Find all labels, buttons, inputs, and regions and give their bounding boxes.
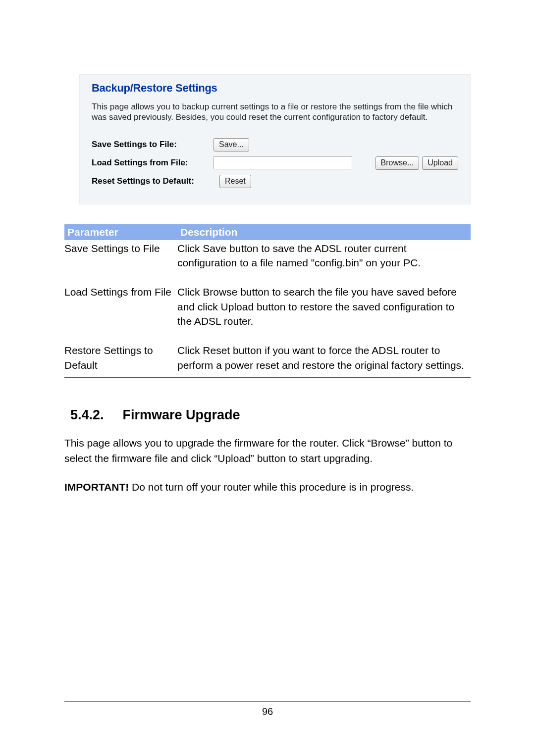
table-row: Save Settings to File Click Save button … bbox=[64, 240, 471, 271]
load-settings-label: Load Settings from File: bbox=[92, 158, 210, 168]
load-settings-row: Load Settings from File: Browse... Uploa… bbox=[92, 156, 458, 170]
footer-rule bbox=[64, 701, 471, 702]
reset-settings-row: Reset Settings to Default: Reset bbox=[92, 175, 458, 188]
save-settings-row: Save Settings to File: Save... bbox=[92, 138, 458, 151]
section-paragraph-1: This page allows you to upgrade the firm… bbox=[64, 436, 471, 466]
desc-cell: Click Reset button if you want to force … bbox=[177, 342, 471, 377]
table-row: Restore Settings to Default Click Reset … bbox=[64, 342, 471, 377]
save-settings-label: Save Settings to File: bbox=[92, 140, 210, 150]
section-number: 5.4.2. bbox=[70, 407, 104, 423]
panel-intro-text: This page allows you to backup current s… bbox=[92, 101, 458, 130]
reset-button[interactable]: Reset bbox=[219, 175, 251, 188]
table-row: Load Settings from File Click Browse but… bbox=[64, 284, 471, 329]
backup-restore-panel: Backup/Restore Settings This page allows… bbox=[79, 74, 471, 204]
desc-cell: Click Browse button to search the file y… bbox=[177, 284, 471, 329]
desc-cell: Click Save button to save the ADSL route… bbox=[177, 240, 471, 271]
panel-title: Backup/Restore Settings bbox=[92, 82, 458, 95]
header-parameter: Parameter bbox=[64, 224, 177, 240]
upload-button[interactable]: Upload bbox=[422, 156, 458, 170]
param-cell: Restore Settings to Default bbox=[64, 342, 177, 377]
header-description: Description bbox=[177, 224, 471, 240]
reset-settings-label: Reset Settings to Default: bbox=[92, 176, 215, 186]
parameter-table: Parameter Description Save Settings to F… bbox=[64, 224, 471, 378]
table-header-row: Parameter Description bbox=[64, 224, 471, 240]
section-heading: 5.4.2. Firmware Upgrade bbox=[70, 407, 471, 423]
load-file-input[interactable] bbox=[214, 156, 352, 169]
page-number: 96 bbox=[0, 706, 535, 717]
important-text: Do not turn off your router while this p… bbox=[129, 481, 414, 493]
param-cell: Save Settings to File bbox=[64, 240, 177, 271]
param-cell: Load Settings from File bbox=[64, 284, 177, 329]
important-label: IMPORTANT! bbox=[64, 481, 129, 493]
section-title: Firmware Upgrade bbox=[123, 407, 240, 423]
browse-button[interactable]: Browse... bbox=[375, 156, 420, 170]
section-paragraph-important: IMPORTANT! Do not turn off your router w… bbox=[64, 480, 471, 495]
save-button[interactable]: Save... bbox=[214, 138, 249, 151]
